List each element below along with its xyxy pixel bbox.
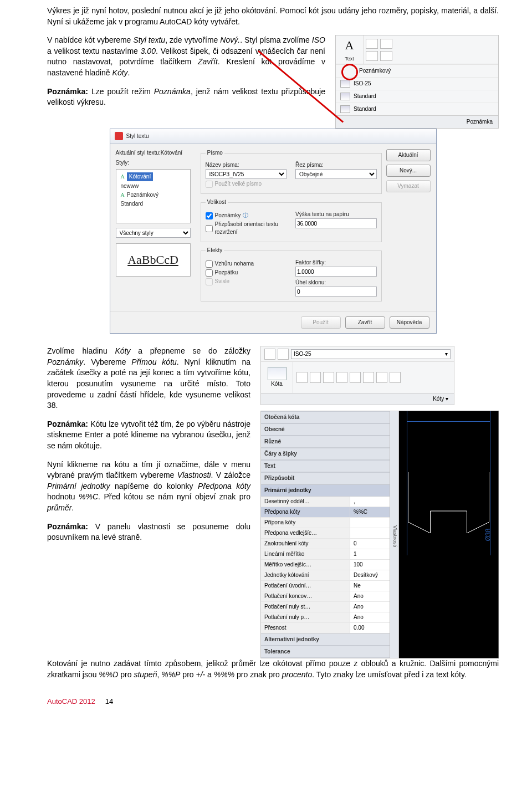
style-picker-row[interactable]: Poznámkový [336, 64, 498, 77]
prop-group-header[interactable]: Primární jednotky [261, 484, 390, 497]
dimstyle-dropdown[interactable]: ISO-25▾ [291, 349, 451, 359]
paper-height-input[interactable] [295, 218, 377, 228]
note1: Poznámka: Lze použít režim Poznámka, jen… [47, 86, 325, 108]
close-button[interactable]: Zavřít [345, 316, 385, 329]
prop-row[interactable]: Potlačení nuly st…Ano [261, 602, 390, 612]
block-styltextu: V nabídce kót vybereme Styl textu, zde v… [47, 35, 499, 129]
new-style-button[interactable]: Nový... [386, 165, 431, 177]
dim-subtool-icon[interactable] [390, 372, 401, 383]
set-current-button[interactable]: Aktuální [386, 149, 431, 161]
style-filter-select[interactable]: Všechny styly [116, 228, 191, 238]
dimstyle-icon [340, 80, 350, 88]
screenshot-properties-and-drawing: Otočená kótaObecnéRůznéČáry a šipkyTextP… [260, 411, 499, 658]
page-footer: AutoCAD 201214 [47, 697, 499, 707]
font-name-select[interactable]: ISOCP3_IV25 [206, 169, 287, 179]
text-A-icon: A [345, 37, 354, 54]
red-highlight-circle [340, 64, 359, 78]
note3: Poznámka: V panelu vlastnosti se posunem… [47, 522, 250, 543]
styles-listbox[interactable]: Kótování newww Poznámkový Standard [116, 169, 191, 223]
properties-tab[interactable]: Vlastnosti [390, 411, 399, 658]
screenshot-ribbon-kota: ISO-25▾ Kóta Kóty ▾ [260, 346, 454, 405]
screenshot-ribbon-text: A Text Poznámkový ISO-25 Standard Standa… [335, 35, 499, 129]
dim-subtool-icon[interactable] [310, 372, 321, 383]
ribbon-panel-label: Kóty ▾ [261, 393, 454, 405]
style-picker-row[interactable]: Standard [336, 90, 498, 103]
prop-group-header[interactable]: Přizpůsobit [261, 472, 390, 484]
screenshot-styl-textu-dialog: Styl textu Aktuální styl textu:Kótování … [110, 129, 437, 334]
prop-row[interactable]: Lineární měřítko1 [261, 549, 390, 560]
ribbon-small-buttons [364, 35, 397, 64]
oblique-angle-input[interactable] [295, 287, 377, 297]
dim-subtool-icon[interactable] [363, 372, 374, 383]
styles-label: Styly: [116, 159, 191, 167]
ribbon-tiny-btn[interactable] [366, 51, 378, 61]
p3: Zvolíme hladinu Kóty a přepneme se do zá… [47, 346, 250, 411]
style-picker-row[interactable]: Standard [336, 103, 498, 115]
current-style-label: Aktuální styl textu:Kótování [116, 149, 191, 157]
apply-button[interactable]: Použít [301, 316, 341, 329]
group-efekty: Efekty Vzhůru nohama Pozpátku Svisle Fak… [201, 247, 382, 301]
annotative-checkbox[interactable]: Poznámky ⓘ [206, 212, 287, 219]
prop-row[interactable]: Předpona kóty%%C [261, 507, 390, 518]
prop-group-header[interactable]: Alternativní jednotky [261, 633, 390, 646]
prop-group-header[interactable]: Otočená kóta [261, 411, 390, 423]
dim-subtool-icon[interactable] [336, 372, 347, 383]
prop-row[interactable]: Jednotky kótováníDesítkový [261, 570, 390, 581]
drawing-area: Ø38 [399, 411, 499, 658]
dimension-line [407, 421, 490, 422]
p4: Nyní klikneme na kótu a tím jí označíme,… [47, 459, 250, 514]
ribbon-tiny-btn[interactable] [380, 51, 392, 61]
ribbon-tiny-btn[interactable] [366, 39, 378, 49]
dim-subtool-icon[interactable] [376, 372, 387, 383]
dim-tool-icon[interactable] [278, 349, 289, 360]
help-button[interactable]: Nápověda [390, 316, 429, 329]
kota-button[interactable]: Kóta [261, 362, 293, 393]
font-preview: AaBbCcD [116, 243, 191, 277]
group-velikost: Velikost Poznámky ⓘ Přizpůsobit orientac… [201, 198, 382, 242]
prop-row[interactable]: Potlačení koncov…Ano [261, 591, 390, 602]
big-font-checkbox[interactable]: Použít velké písmo [206, 180, 377, 188]
dim-subtool-icon[interactable] [323, 372, 334, 383]
intro-paragraph: Výkres je již nyní hotov, poslední nutno… [47, 6, 499, 27]
prop-row[interactable]: Předpona vedlejšíc… [261, 528, 390, 539]
vertical-checkbox[interactable]: Svisle [206, 278, 287, 285]
ribbon-tiny-btn[interactable] [380, 39, 392, 49]
part-outline [407, 461, 490, 533]
prop-row[interactable]: Přípona kóty [261, 518, 390, 528]
app-icon [115, 132, 123, 140]
prop-group-header[interactable]: Text [261, 460, 390, 472]
dim-subtool-icon[interactable] [296, 372, 308, 383]
group-pismo: Písmo Název písma: ISOCP3_IV25 Řez písma… [201, 149, 382, 194]
ribbon-text-button[interactable]: A Text [336, 35, 364, 64]
dim-tool-icon[interactable] [264, 349, 275, 360]
dim-subtool-icon[interactable] [350, 372, 361, 383]
upsidedown-checkbox[interactable]: Vzhůru nohama [206, 260, 287, 268]
dimstyle-icon [340, 105, 350, 113]
prop-row[interactable]: Potlačení nuly p…Ano [261, 612, 390, 623]
prop-row[interactable]: Desetinný odděl…, [261, 497, 390, 507]
prop-row[interactable]: Zaokrouhlení kóty0 [261, 539, 390, 549]
prop-group-header[interactable]: Čáry a šipky [261, 448, 390, 460]
width-factor-input[interactable] [295, 267, 377, 277]
ribbon-panel-label: Poznámka [336, 115, 498, 128]
font-style-select[interactable]: Obyčejné [295, 169, 377, 179]
prop-row[interactable]: Přesnost0.00 [261, 623, 390, 633]
properties-panel: Otočená kótaObecnéRůznéČáry a šipkyTextP… [260, 411, 390, 658]
prop-group-header[interactable]: Obecné [261, 423, 390, 436]
prop-group-header[interactable]: Různé [261, 436, 390, 448]
dialog-titlebar: Styl textu [110, 129, 436, 144]
prop-group-header[interactable]: Tolerance [261, 646, 390, 658]
note2: Poznámka: Kótu lze vytvořit též tím, že … [47, 419, 250, 452]
delete-style-button[interactable]: Vymazat [386, 180, 431, 192]
backwards-checkbox[interactable]: Pozpátku [206, 269, 287, 277]
p5: Kotování je nutno zadávat tímto způsobem… [47, 658, 499, 680]
dim-text-o38: Ø38 [484, 528, 493, 541]
block-kota: Zvolíme hladinu Kóty a přepneme se do zá… [47, 346, 499, 658]
dimstyle-icon [340, 93, 350, 100]
style-picker-row[interactable]: ISO-25 [336, 77, 498, 90]
orient-checkbox[interactable]: Přizpůsobit orientaci textu rozvržení [206, 221, 287, 236]
linear-dim-icon [268, 367, 287, 380]
prop-row[interactable]: Měřítko vedlejšíc…100 [261, 560, 390, 570]
prop-row[interactable]: Potlačení úvodní…Ne [261, 581, 390, 591]
